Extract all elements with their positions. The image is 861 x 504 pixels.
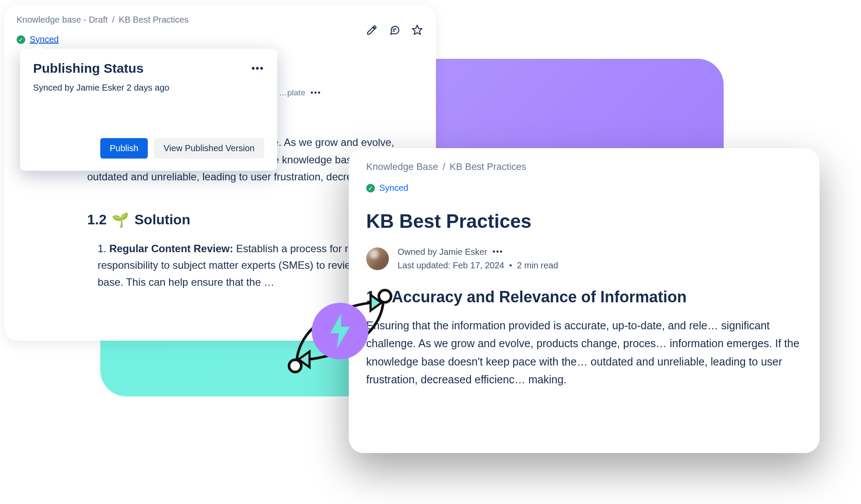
last-updated: Last updated: Feb 17, 2024 <box>398 260 504 270</box>
breadcrumb-page[interactable]: KB Best Practices <box>119 15 189 25</box>
page-title: KB Best Practices <box>366 210 802 232</box>
star-icon[interactable] <box>411 24 424 37</box>
view-published-button[interactable]: View Published Version <box>154 138 264 159</box>
breadcrumb-page[interactable]: KB Best Practices <box>449 161 526 173</box>
breadcrumb-separator: / <box>442 161 445 173</box>
list-item-bold: Regular Content Review: <box>109 243 233 254</box>
read-time: 2 min read <box>517 260 558 270</box>
synced-status-link[interactable]: Synced <box>30 34 59 44</box>
popover-subtitle: Synced by Jamie Esker 2 days ago <box>33 83 264 93</box>
solution-number: 1.2 <box>87 212 106 228</box>
publishing-status-popover: Publishing Status ••• Synced by Jamie Es… <box>20 49 277 171</box>
breadcrumb: Knowledge Base / KB Best Practices <box>366 161 802 173</box>
breadcrumb: Knowledge base - Draft / KB Best Practic… <box>17 15 424 25</box>
check-circle-icon: ✓ <box>366 184 375 193</box>
more-icon[interactable]: ••• <box>310 88 321 98</box>
breadcrumb-root[interactable]: Knowledge base - Draft <box>17 15 108 25</box>
breadcrumb-separator: / <box>112 15 115 25</box>
publish-button[interactable]: Publish <box>100 138 148 159</box>
published-card: Knowledge Base / KB Best Practices ✓ Syn… <box>349 148 820 453</box>
owned-by-label: Owned by Jamie Esker <box>398 247 487 257</box>
synced-status-link[interactable]: Synced <box>379 183 408 193</box>
check-circle-icon: ✓ <box>17 35 25 44</box>
meta-row: Last updated: Feb 17, 2024 • 2 min read <box>398 260 558 271</box>
template-meta: …plate <box>279 88 305 98</box>
popover-title: Publishing Status <box>33 61 143 76</box>
edit-icon[interactable] <box>365 24 378 37</box>
comment-icon[interactable] <box>388 24 401 37</box>
section-heading: 1.1 Accuracy and Relevance of Informatio… <box>366 288 802 306</box>
more-icon[interactable]: ••• <box>493 247 504 257</box>
breadcrumb-root[interactable]: Knowledge Base <box>366 161 438 173</box>
seedling-icon: 🌱 <box>112 212 129 228</box>
more-icon[interactable]: ••• <box>252 63 264 74</box>
section-paragraph: Ensuring that the information provided i… <box>366 317 802 389</box>
avatar[interactable] <box>366 247 389 270</box>
solution-label: Solution <box>134 212 190 228</box>
